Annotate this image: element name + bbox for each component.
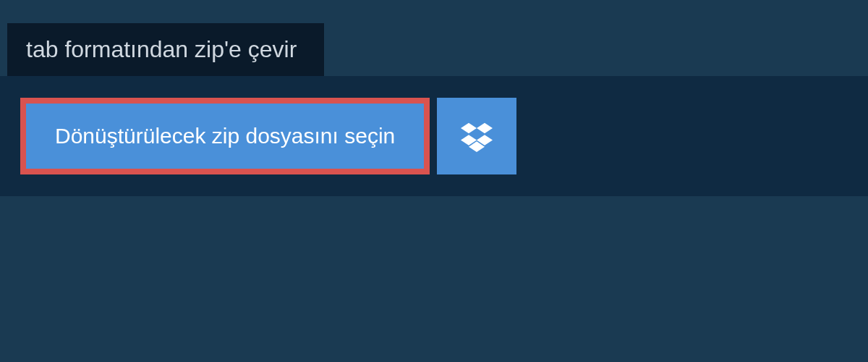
tab-label: tab formatından zip'e çevir [26, 36, 297, 62]
content-panel: Dönüştürülecek zip dosyasını seçin [0, 76, 868, 196]
tab-header: tab formatından zip'e çevir [7, 23, 324, 76]
dropbox-icon [461, 120, 493, 152]
button-row: Dönüştürülecek zip dosyasını seçin [20, 98, 848, 174]
file-select-button[interactable]: Dönüştürülecek zip dosyasını seçin [20, 98, 430, 174]
file-select-label: Dönüştürülecek zip dosyasını seçin [55, 124, 395, 148]
dropbox-button[interactable] [437, 98, 516, 174]
